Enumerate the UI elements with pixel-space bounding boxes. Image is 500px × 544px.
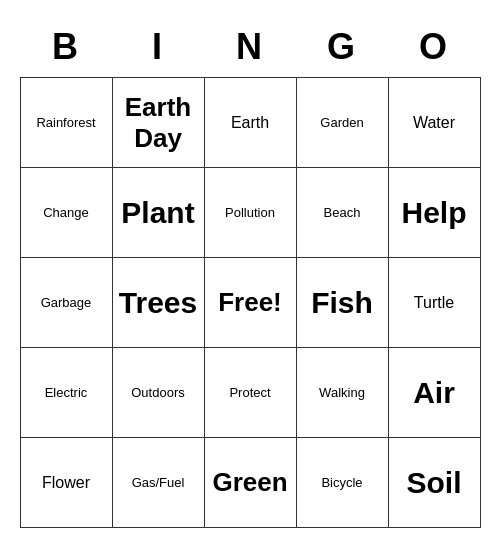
header-letter: I	[112, 16, 204, 78]
bingo-cell: Electric	[20, 348, 112, 438]
bingo-cell: Plant	[112, 168, 204, 258]
bingo-cell: Earth Day	[112, 78, 204, 168]
bingo-cell: Protect	[204, 348, 296, 438]
header-letter: O	[388, 16, 480, 78]
header-letter: B	[20, 16, 112, 78]
bingo-cell: Fish	[296, 258, 388, 348]
header-letter: G	[296, 16, 388, 78]
bingo-cell: Bicycle	[296, 438, 388, 528]
bingo-cell: Flower	[20, 438, 112, 528]
bingo-cell: Water	[388, 78, 480, 168]
bingo-cell: Help	[388, 168, 480, 258]
bingo-cell: Green	[204, 438, 296, 528]
bingo-cell: Pollution	[204, 168, 296, 258]
bingo-cell: Earth	[204, 78, 296, 168]
bingo-cell: Walking	[296, 348, 388, 438]
header-letter: N	[204, 16, 296, 78]
bingo-cell: Outdoors	[112, 348, 204, 438]
table-row: GarbageTreesFree!FishTurtle	[20, 258, 480, 348]
bingo-cell: Rainforest	[20, 78, 112, 168]
bingo-cell: Beach	[296, 168, 388, 258]
table-row: ChangePlantPollutionBeachHelp	[20, 168, 480, 258]
bingo-cell: Air	[388, 348, 480, 438]
bingo-cell: Garbage	[20, 258, 112, 348]
table-row: RainforestEarth DayEarthGardenWater	[20, 78, 480, 168]
bingo-cell: Garden	[296, 78, 388, 168]
bingo-header: BINGO	[20, 16, 480, 78]
bingo-cell: Turtle	[388, 258, 480, 348]
bingo-cell: Free!	[204, 258, 296, 348]
bingo-grid: RainforestEarth DayEarthGardenWaterChang…	[20, 78, 481, 529]
table-row: FlowerGas/FuelGreenBicycleSoil	[20, 438, 480, 528]
bingo-cell: Soil	[388, 438, 480, 528]
table-row: ElectricOutdoorsProtectWalkingAir	[20, 348, 480, 438]
bingo-cell: Trees	[112, 258, 204, 348]
bingo-cell: Gas/Fuel	[112, 438, 204, 528]
bingo-cell: Change	[20, 168, 112, 258]
